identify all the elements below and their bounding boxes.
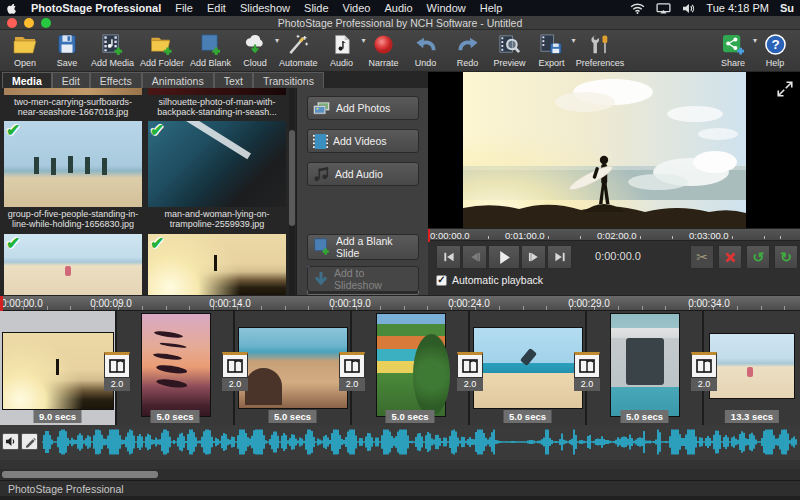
timeline-horizontal-scrollbar[interactable]	[0, 469, 800, 480]
menu-help[interactable]: Help	[480, 2, 503, 14]
wifi-icon[interactable]	[630, 3, 645, 14]
timeline-clip[interactable]: 5.0 secs	[587, 311, 704, 425]
transition-widget[interactable]: 2.0	[574, 352, 600, 391]
add-to-slideshow-button[interactable]: Add to Slideshow	[307, 266, 419, 292]
clip-thumbnail[interactable]	[610, 313, 680, 417]
add-media-button[interactable]: Add Media	[88, 32, 137, 68]
tab-media[interactable]: Media	[2, 72, 52, 88]
timeline-clip[interactable]: 9.0 secs	[0, 311, 117, 425]
menu-slide[interactable]: Slide	[304, 2, 328, 14]
timeline-playhead[interactable]	[0, 296, 3, 312]
tab-transitions[interactable]: Transitions	[253, 72, 324, 88]
open-button[interactable]: Open	[4, 32, 46, 68]
clip-thumbnail[interactable]	[238, 327, 348, 409]
preview-button[interactable]: Preview	[489, 32, 531, 68]
preferences-button[interactable]: Preferences	[573, 32, 628, 68]
clip-thumbnail[interactable]	[709, 333, 795, 399]
skip-to-end-button[interactable]	[547, 245, 572, 269]
menu-file[interactable]: File	[175, 2, 193, 14]
menu-clock[interactable]: Tue 4:18 PM	[706, 2, 769, 14]
timeline-ruler[interactable]: 0:00:00.0 0:00:09.0 0:00:14.0 0:00:19.0 …	[0, 295, 800, 311]
split-clip-button[interactable]: ✂	[690, 245, 714, 269]
automate-button[interactable]: Automate	[276, 32, 321, 68]
add-audio-button[interactable]: Add Audio	[307, 162, 419, 186]
export-button[interactable]: ▾ Export	[531, 32, 573, 68]
video-preview-area[interactable]	[428, 72, 800, 228]
preview-time-ruler[interactable]: 0:00:00.0 0:01:00.0 0:02:00.0 0:03:00.0	[428, 228, 800, 241]
menu-audio[interactable]: Audio	[384, 2, 412, 14]
media-scrollbar-thumb[interactable]	[289, 130, 295, 226]
media-thumbnail[interactable]: ✔	[148, 121, 286, 207]
preview-playhead[interactable]	[428, 229, 430, 242]
transition-page-flip-icon[interactable]	[104, 352, 130, 378]
menu-window[interactable]: Window	[427, 2, 466, 14]
menu-user[interactable]: Su	[780, 2, 794, 14]
clip-thumbnail[interactable]	[473, 327, 583, 409]
transition-page-flip-icon[interactable]	[574, 352, 600, 378]
apple-menu-icon[interactable]	[6, 2, 17, 15]
media-item[interactable]: silhouette-photo-of-man-with-backpack-st…	[148, 88, 286, 117]
audio-waveform[interactable]	[42, 428, 798, 456]
delete-clip-button[interactable]	[718, 245, 742, 269]
menu-video[interactable]: Video	[343, 2, 371, 14]
tab-effects[interactable]: Effects	[90, 72, 142, 88]
transition-page-flip-icon[interactable]	[339, 352, 365, 378]
rotate-cw-button[interactable]: ↻	[774, 245, 798, 269]
media-scrollbar[interactable]	[289, 88, 295, 295]
transition-page-flip-icon[interactable]	[457, 352, 483, 378]
media-item[interactable]: two-men-carrying-surfboards-near-seashor…	[4, 88, 142, 117]
automatic-playback-checkbox[interactable]: ✓	[436, 275, 447, 286]
media-thumbnail[interactable]	[4, 88, 142, 95]
clip-thumbnail[interactable]	[376, 313, 446, 417]
media-thumbnail[interactable]	[148, 88, 286, 95]
menu-edit[interactable]: Edit	[207, 2, 226, 14]
scrollbar-thumb[interactable]	[2, 471, 158, 478]
redo-button[interactable]: Redo	[447, 32, 489, 68]
media-thumbnail[interactable]: ✔	[148, 234, 286, 295]
tab-edit[interactable]: Edit	[52, 72, 90, 88]
cloud-button[interactable]: ▾ Cloud	[234, 32, 276, 68]
clip-thumbnail[interactable]	[141, 313, 211, 417]
rotate-ccw-button[interactable]: ↺	[746, 245, 770, 269]
timeline-clip[interactable]: 5.0 secs	[235, 311, 352, 425]
undo-button[interactable]: Undo	[405, 32, 447, 68]
transition-page-flip-icon[interactable]	[222, 352, 248, 378]
fullscreen-expand-icon[interactable]	[776, 80, 794, 98]
add-videos-button[interactable]: Add Videos	[307, 129, 419, 153]
tab-animations[interactable]: Animations	[142, 72, 214, 88]
share-button[interactable]: ▾ Share	[712, 32, 754, 68]
transition-page-flip-icon[interactable]	[691, 352, 717, 378]
transition-widget[interactable]: 2.0	[691, 352, 717, 391]
add-photos-button[interactable]: Add Photos	[307, 96, 419, 120]
transition-widget[interactable]: 2.0	[222, 352, 248, 391]
add-blank-slide-button[interactable]: Add a Blank Slide	[307, 234, 419, 260]
media-item[interactable]: ✔	[148, 234, 286, 295]
audio-edit-button[interactable]	[21, 433, 38, 450]
menu-app-name[interactable]: PhotoStage Professional	[31, 2, 161, 14]
save-button[interactable]: Save	[46, 32, 88, 68]
skip-to-start-button[interactable]	[436, 245, 461, 269]
timeline-clip[interactable]: 5.0 secs	[117, 311, 235, 425]
audio-button[interactable]: ▾ Audio	[321, 32, 363, 68]
media-item[interactable]: ✔ man-and-woman-lying-on-trampoline-2559…	[148, 121, 286, 229]
narrate-button[interactable]: Narrate	[363, 32, 405, 68]
step-back-button[interactable]	[462, 245, 487, 269]
clip-thumbnail[interactable]	[2, 332, 114, 410]
add-folder-button[interactable]: Add Folder	[137, 32, 187, 68]
timeline-clip[interactable]: 5.0 secs	[352, 311, 470, 425]
audio-mute-button[interactable]	[2, 433, 19, 450]
transition-widget[interactable]: 2.0	[104, 352, 130, 391]
menu-slideshow[interactable]: Slideshow	[240, 2, 290, 14]
media-thumbnail[interactable]: ✔	[4, 121, 142, 207]
media-item[interactable]: ✔ group-of-five-people-standing-in-line-…	[4, 121, 142, 229]
media-thumbnail[interactable]: ✔	[4, 234, 142, 295]
timeline-clip[interactable]: 5.0 secs	[470, 311, 587, 425]
step-forward-button[interactable]	[521, 245, 546, 269]
media-item[interactable]: ✔	[4, 234, 142, 295]
transition-widget[interactable]: 2.0	[457, 352, 483, 391]
play-button[interactable]	[488, 245, 520, 269]
volume-icon[interactable]	[682, 3, 695, 14]
display-mirroring-icon[interactable]	[656, 3, 671, 14]
transition-widget[interactable]: 2.0	[339, 352, 365, 391]
timeline-clip[interactable]: 13.3 secs	[704, 311, 800, 425]
